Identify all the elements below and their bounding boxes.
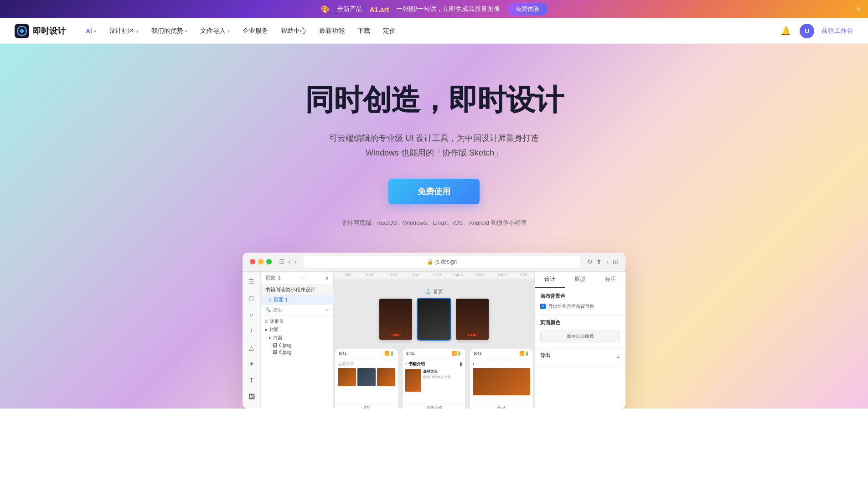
nav-item-import[interactable]: 文件导入 ▾ xyxy=(195,24,235,38)
nav-item-download[interactable]: 下载 xyxy=(352,24,376,38)
hero-section: 同时创造，即时设计 可云端编辑的专业级 UI 设计工具，为中国设计师量身打造 W… xyxy=(0,44,868,409)
notification-bell-button[interactable]: 🔔 xyxy=(779,24,792,38)
phone-book-info: 森林之火 描述: 九州奇幻书目 xyxy=(423,369,450,392)
logo-text: 即时设计 xyxy=(33,26,66,36)
checkbox-check-icon: ✓ xyxy=(542,304,545,308)
hero-subtitle-line1: 可云端编辑的专业级 UI 设计工具，为中国设计师量身打造 xyxy=(329,134,539,143)
nav-item-help[interactable]: 帮助中心 xyxy=(275,24,312,38)
phone-statusbar-3: 9:41 📶🔋 xyxy=(470,349,533,358)
layer-tree-item-2[interactable]: ▸ 封面 xyxy=(261,326,333,334)
nav-item-enterprise[interactable]: 企业服务 xyxy=(237,24,274,38)
announcement-close-button[interactable]: × xyxy=(856,5,861,14)
traffic-light-maximize[interactable] xyxy=(266,259,272,264)
app-preview: ☰ ‹ › 🔒 js.design ↻ ⬆ + ⊞ ☰ □ ○ / xyxy=(243,253,625,409)
nav-import-label: 文件导入 xyxy=(200,27,226,35)
anchor-icon: ⚓ xyxy=(425,289,431,295)
toolbar-triangle-icon[interactable]: △ xyxy=(245,341,258,354)
traffic-lights xyxy=(250,259,272,264)
browser-add-tab-icon[interactable]: + xyxy=(605,258,609,265)
frame-fire-text-1: FIRE xyxy=(392,333,400,337)
phone-mockups: 9:41 📶🔋 品质书单 书架 xyxy=(335,349,533,409)
rp-export-title: 导出 xyxy=(540,352,550,359)
hero-platforms: 支持网页端、macOS、Windows、Linux、iOS、Android 和微… xyxy=(341,219,526,227)
layer-item-active[interactable]: ✓ 页面 1 xyxy=(261,295,333,305)
canvas-frame-2[interactable] xyxy=(418,299,450,340)
toolbar-circle-icon[interactable]: ○ xyxy=(245,308,258,321)
layer-item-label: 页面 1 xyxy=(274,296,288,303)
phone-statusbar-1: 9:41 📶🔋 xyxy=(335,349,398,358)
nav-item-ai[interactable]: Ai ▾ xyxy=(80,25,102,37)
layer-tree-item-1[interactable]: □ 矩形 8 xyxy=(261,317,333,326)
rp-tab-prototype[interactable]: 原型 xyxy=(565,272,595,288)
announcement-prefix: 全新产品 xyxy=(337,5,362,13)
nav-item-community[interactable]: 设计社区 ▾ xyxy=(103,24,144,38)
nav-help-label: 帮助中心 xyxy=(281,27,306,35)
announcement-cta-button[interactable]: 免费体验 xyxy=(507,3,548,16)
hero-cta-button[interactable]: 免费使用 xyxy=(388,179,480,204)
avatar[interactable]: U xyxy=(800,24,814,38)
layer-tree: □ 矩形 8 ▸ 封面 ▸ 封面 🖼 6.jpeg xyxy=(261,316,333,357)
toolbar-image-icon[interactable]: 🖼 xyxy=(245,390,258,403)
phone-nav-3: ‹ xyxy=(473,361,530,366)
nav-community-label: 设计社区 xyxy=(109,27,134,35)
traffic-light-close[interactable] xyxy=(250,259,255,264)
toolbar-anchor-icon[interactable]: ✦ xyxy=(245,357,258,370)
phone-grid-item-3 xyxy=(377,368,395,386)
canvas-frame-1[interactable]: FIRE xyxy=(379,299,412,340)
phone-buy-cover xyxy=(473,368,530,395)
header-actions: 🔔 U 前往工作台 xyxy=(779,24,853,38)
announcement-description: 一张图/一句话，立即生成高质量图像 xyxy=(396,5,500,13)
phone-detail-content: 森林之火 描述: 九州奇幻书目 xyxy=(405,369,463,392)
rp-canvas-bg-checkbox[interactable]: ✓ xyxy=(540,304,546,309)
app-canvas[interactable]: 900 1000 1100 1200 1300 1400 1500 1600 1… xyxy=(334,272,534,409)
nav-item-new[interactable]: 最新功能 xyxy=(314,24,350,38)
browser-url-bar[interactable]: 🔒 js.design xyxy=(304,256,579,268)
layers-filter-icon[interactable]: ≡ xyxy=(326,307,329,312)
phone-mockup-detail: 9:41 📶🔋 ‹ 书籍介绍 ⬆ xyxy=(402,349,466,409)
layers-panel: 页数: 1 + ∧ 书籍阅读类小程序设计 ✓ 页面 1 🔍 搜索 ≡ xyxy=(261,272,334,409)
announcement-brand: A1.art xyxy=(370,5,389,13)
toolbar-text-icon[interactable]: T xyxy=(245,374,258,387)
phone-grid-item-1 xyxy=(338,368,356,386)
phone-footer-2: 书籍介绍 xyxy=(403,404,465,409)
frame-fire-text-3: FIRE xyxy=(468,333,476,337)
phone-mockup-shelf: 9:41 📶🔋 品质书单 书架 xyxy=(335,349,398,409)
browser-grid-icon[interactable]: ⊞ xyxy=(613,258,618,265)
layer-tree-item-5[interactable]: 🖼 6.jpeg xyxy=(261,349,333,356)
avatar-text: U xyxy=(805,27,809,35)
toolbar-pen-icon[interactable]: / xyxy=(245,325,258,337)
canvas-ruler: 900 1000 1100 1200 1300 1400 1500 1600 1… xyxy=(334,272,534,279)
layers-project-row: 书籍阅读类小程序设计 xyxy=(261,285,333,295)
browser-back-icon[interactable]: ‹ xyxy=(289,258,291,265)
rp-tab-design[interactable]: 设计 xyxy=(535,272,565,288)
browser-forward-icon[interactable]: › xyxy=(294,258,297,265)
rp-page-color-button[interactable]: 显示页面颜色 xyxy=(540,330,620,342)
logo[interactable]: 即时设计 xyxy=(15,24,66,38)
traffic-light-minimize[interactable] xyxy=(258,259,264,264)
nav-item-advantages[interactable]: 我们的优势 ▾ xyxy=(146,24,193,38)
layers-toggle-icon[interactable]: ∧ xyxy=(325,275,329,281)
announcement-bar: 🎨 全新产品 A1.art 一张图/一句话，立即生成高质量图像 免费体验 × xyxy=(0,0,868,18)
nav-community-chevron: ▾ xyxy=(136,29,139,34)
layers-add-icon[interactable]: + xyxy=(301,275,304,280)
browser-refresh-icon[interactable]: ↻ xyxy=(587,258,593,265)
toolbar-menu-icon[interactable]: ☰ xyxy=(245,275,258,288)
hero-subtitle: 可云端编辑的专业级 UI 设计工具，为中国设计师量身打造 Windows 也能用… xyxy=(329,131,539,160)
rp-tab-annotation[interactable]: 标注 xyxy=(595,272,625,288)
app-toolbar: ☰ □ ○ / △ ✦ T 🖼 xyxy=(243,272,261,409)
layer-tree-item-4[interactable]: 🖼 6.jpeg xyxy=(261,342,333,349)
canvas-home-text: 首页 xyxy=(433,288,443,295)
toolbar-select-icon[interactable]: □ xyxy=(245,292,258,305)
phone-banner-1: 品质书单 xyxy=(338,361,395,367)
nav-item-pricing[interactable]: 定价 xyxy=(377,24,401,38)
layers-search-bar[interactable]: 🔍 搜索 ≡ xyxy=(261,305,333,316)
nav-advantages-chevron: ▾ xyxy=(185,29,187,34)
layer-tree-item-3[interactable]: ▸ 封面 xyxy=(261,334,333,342)
browser-sidebar-icon[interactable]: ☰ xyxy=(279,258,285,265)
browser-share-icon[interactable]: ⬆ xyxy=(596,258,602,265)
search-icon: 🔍 xyxy=(265,307,271,312)
workspace-button[interactable]: 前往工作台 xyxy=(822,27,853,35)
rp-export-add-icon[interactable]: + xyxy=(616,353,620,361)
nav-ai-label: Ai xyxy=(86,27,92,35)
canvas-frame-3[interactable]: FIRE xyxy=(456,299,489,340)
